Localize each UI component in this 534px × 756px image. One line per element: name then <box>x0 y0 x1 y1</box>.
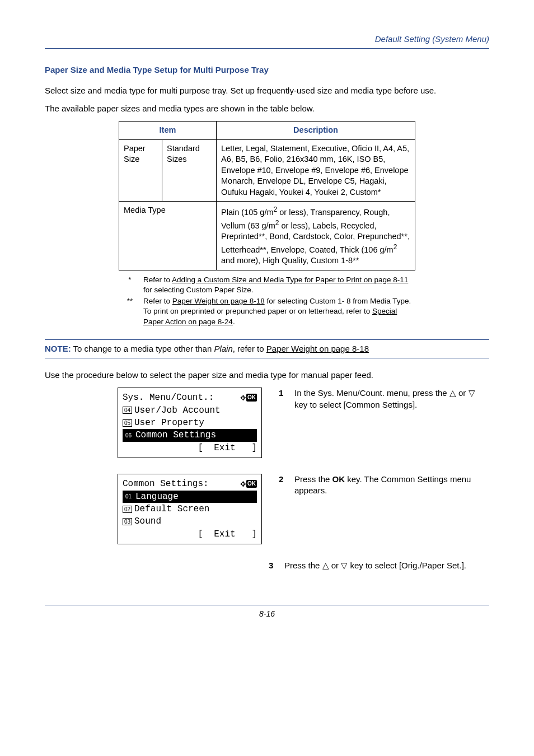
cell-standard-sizes-label: Standard Sizes <box>162 139 217 202</box>
table-head-item: Item <box>119 122 217 140</box>
cell-standard-sizes-desc: Letter, Legal, Statement, Executive, Ofi… <box>217 139 415 202</box>
cell-media-type-label: Media Type <box>119 202 217 270</box>
footnote-text: Refer to Paper Weight on page 8-18 for s… <box>143 296 414 327</box>
step-text: Press the OK key. The Common Settings me… <box>294 474 489 497</box>
step-number: 2 <box>279 474 294 497</box>
note-block: NOTE: To change to a media type other th… <box>45 339 489 358</box>
lcd-screen-common-settings: Common Settings:✥OK 01Language 02Default… <box>118 474 262 544</box>
item-number: 03 <box>123 518 132 525</box>
footnotes: * Refer to Adding a Custom Size and Medi… <box>119 274 415 328</box>
item-number: 05 <box>123 419 132 427</box>
nav-arrows-icon: ✥ <box>240 394 246 402</box>
cell-paper-size: Paper Size <box>119 139 162 202</box>
table-row: Paper Size Standard Sizes Letter, Legal,… <box>119 139 415 202</box>
step-text: Press the △ or ▽ key to select [Orig./Pa… <box>284 560 466 571</box>
step-text: In the Sys. Menu/Count. menu, press the … <box>294 388 489 410</box>
link-paper-weight[interactable]: Paper Weight on page 8-18 <box>172 297 265 305</box>
section-title: Paper Size and Media Type Setup for Mult… <box>45 64 489 76</box>
footnote-marker: * <box>120 275 142 295</box>
item-number: 06 <box>124 432 133 439</box>
table-row: Media Type Plain (105 g/m2 or less), Tra… <box>119 202 415 270</box>
lcd-screen-sys-menu: Sys. Menu/Count.:✥OK 04User/Job Account … <box>118 388 262 458</box>
page-header: Default Setting (System Menu) <box>45 34 489 49</box>
item-number: 04 <box>123 407 132 414</box>
step-number: 1 <box>279 388 294 410</box>
ok-icon: OK <box>246 394 257 402</box>
down-triangle-icon: ▽ <box>341 561 348 570</box>
up-triangle-icon: △ <box>322 561 329 570</box>
intro-paragraph-1: Select size and media type for multi pur… <box>45 85 489 96</box>
up-triangle-icon: △ <box>449 388 456 398</box>
link-custom-size[interactable]: Adding a Custom Size and Media Type for … <box>172 276 408 284</box>
nav-arrows-icon: ✥ <box>240 480 246 488</box>
page-footer: 8-16 <box>45 605 489 619</box>
intro-paragraph-2: The available paper sizes and media type… <box>45 103 489 114</box>
footnote-marker: ** <box>120 296 142 327</box>
paper-media-table: Item Description Paper Size Standard Siz… <box>119 121 415 270</box>
note-label: NOTE: <box>45 344 71 353</box>
item-number: 02 <box>123 506 132 513</box>
item-number: 01 <box>124 493 133 500</box>
procedure-intro: Use the procedure below to select the pa… <box>45 370 489 381</box>
cell-media-type-desc: Plain (105 g/m2 or less), Transparency, … <box>217 202 415 270</box>
footnote-text: Refer to Adding a Custom Size and Media … <box>143 275 414 295</box>
step-number: 3 <box>269 560 284 571</box>
table-head-description: Description <box>217 122 415 140</box>
down-triangle-icon: ▽ <box>469 388 475 398</box>
link-paper-weight-note[interactable]: Paper Weight on page 8-18 <box>266 344 369 353</box>
ok-icon: OK <box>246 480 257 488</box>
